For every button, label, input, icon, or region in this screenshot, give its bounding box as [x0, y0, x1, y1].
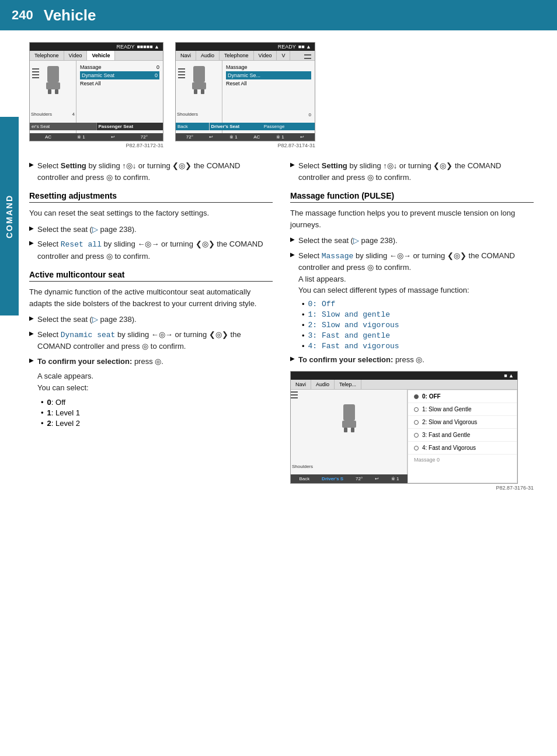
svg-rect-2: [48, 89, 51, 94]
massage-opt-3: 3: Fast and gentle: [302, 331, 534, 340]
scale-note: A scale appears.You can select:: [37, 370, 273, 393]
seat-icon-right: [191, 66, 207, 94]
para-massage: The massage function helps you to preven…: [290, 207, 534, 230]
seat-tabs-left: er's Seat Passenger Seat: [30, 123, 163, 130]
bullet-setting-right: ▶ Select Setting by sliding ↑◎↓ or turni…: [290, 160, 534, 183]
dynamic-seat-item[interactable]: Dynamic Seat 0: [80, 71, 159, 79]
massage-opt-2: 2: Slow and vigorous: [302, 321, 534, 330]
dropdown-item-2[interactable]: 2: Slow and Vigorous: [408, 416, 517, 429]
svg-rect-1: [46, 82, 60, 89]
dropdown-status-bar: ■ ▲: [291, 372, 517, 380]
main-content: READY ■■■■■ ▲ Telephone Video Vehicle: [0, 30, 557, 514]
shoulders-val-left: 4: [72, 112, 75, 117]
car-screen-left: READY ■■■■■ ▲ Telephone Video Vehicle: [29, 42, 163, 141]
svg-rect-0: [47, 66, 59, 82]
screenshot-left: READY ■■■■■ ▲ Telephone Video Vehicle: [29, 42, 163, 148]
bullet-text-1: Select Setting by sliding ↑◎↓ or turning…: [37, 160, 273, 183]
radio-0: [414, 394, 419, 399]
dropdown-item-1[interactable]: 1: Slow and Gentle: [408, 403, 517, 416]
massage-options-list: 0: Off 1: Slow and gentle 2: Slow and vi…: [302, 300, 534, 351]
para-multicontour: The dynamic function of the active multi…: [29, 286, 273, 309]
dropdown-screen-body: Shoulders Back Driver's S 72° ↩ ※ 1: [291, 390, 517, 483]
scale-item-1: 1: Level 1: [41, 408, 273, 417]
seat-tabs-right: Back Driver's Seat Passenge: [176, 123, 315, 130]
dynamic-seat-item-r[interactable]: Dynamic Se...: [226, 71, 311, 79]
seat-icon-dropdown: [341, 404, 357, 432]
menu-bar-left: Telephone Video Vehicle: [30, 51, 163, 61]
bullet-arrow-1: ▶: [29, 161, 34, 168]
page-header: 240 Vehicle: [0, 0, 557, 30]
reset-all-item[interactable]: Reset All: [80, 79, 159, 88]
dropdown-screen: ■ ▲ Navi Audio Telep...: [290, 371, 518, 484]
screen-bottom-bar-dropdown: Back Driver's S 72° ↩ ※ 1: [291, 474, 408, 483]
seat-icon-left: [45, 66, 61, 94]
sliders-right: [178, 67, 185, 80]
radio-1: [414, 407, 419, 412]
dropdown-item-0-off[interactable]: 0: OFF: [408, 390, 517, 403]
svg-rect-7: [201, 89, 204, 94]
massage-item: Massage 0: [80, 63, 159, 71]
massage-sub-val: Massage 0: [408, 455, 517, 465]
bullet-select-seat-1: ▶ Select the seat (▷ page 238).: [29, 224, 273, 235]
radio-4: [414, 446, 419, 450]
screenshots-row: READY ■■■■■ ▲ Telephone Video Vehicle: [29, 42, 534, 148]
svg-rect-10: [344, 428, 347, 432]
svg-rect-8: [343, 404, 355, 421]
page-number: 240: [12, 8, 33, 23]
scale-item-0: 0: Off: [41, 398, 273, 407]
right-text-col: ▶ Select Setting by sliding ↑◎↓ or turni…: [290, 160, 534, 491]
svg-rect-4: [193, 66, 205, 82]
bullet-reset-all: ▶ Select Reset all by sliding ←◎→ or tur…: [29, 238, 273, 262]
text-sections: ▶ Select Setting by sliding ↑◎↓ or turni…: [29, 160, 534, 491]
sliders-left: [32, 67, 39, 80]
menu-bar-right: Navi Audio Telephone Video V: [176, 51, 315, 61]
svg-rect-5: [192, 82, 206, 89]
massage-opt-4: 4: Fast and vigorous: [302, 342, 534, 351]
reset-all-item-r[interactable]: Reset All: [226, 79, 311, 88]
bullet-select-seat-2: ▶ Select the seat (▷ page 238).: [29, 314, 273, 325]
bottom-bar-right: 72° ↩ ※ 1 AC ※ 1 ↩: [176, 133, 315, 141]
dropdown-item-4[interactable]: 4: Fast and Vigorous: [408, 442, 517, 455]
svg-rect-3: [55, 89, 58, 94]
scale-list: 0: Off 1: Level 1 2: Level 2: [41, 398, 273, 428]
val-right: 0: [309, 112, 311, 117]
heading-massage: Massage function (PULSE): [290, 191, 534, 203]
svg-rect-9: [342, 421, 356, 428]
dropdown-menu-bar: Navi Audio Telep...: [291, 380, 517, 390]
caption-left: P82.87-3172-31: [29, 143, 163, 148]
scale-item-2: 2: Level 2: [41, 419, 273, 428]
caption-right: P82.87-3174-31: [175, 143, 315, 148]
bottom-bar-left: AC ※ 1 ↩ 72°: [30, 133, 163, 141]
svg-rect-11: [351, 428, 354, 432]
page-title: Vehicle: [44, 6, 96, 25]
bullet-setting-left: ▶ Select Setting by sliding ↑◎↓ or turni…: [29, 160, 273, 183]
car-screen-right: READY ■■ ▲ Navi Audio Telephone Video V: [175, 42, 315, 141]
svg-rect-6: [194, 89, 197, 94]
shoulders-label-dropdown: Shoulders: [292, 464, 313, 469]
bullet-confirm-2: ▶ To confirm your selection: press ◎.: [290, 354, 534, 366]
bottom-screenshot: ■ ▲ Navi Audio Telep...: [290, 371, 534, 491]
para-resetting: You can reset the seat settings to the f…: [29, 207, 273, 219]
screenshot-right: READY ■■ ▲ Navi Audio Telephone Video V: [175, 42, 315, 148]
bullet-dynamic-seat: ▶ Select Dynamic seat by sliding ←◎→ or …: [29, 329, 273, 352]
massage-opt-0: 0: Off: [302, 300, 534, 308]
chapter-side-label: COMAND: [0, 117, 19, 315]
status-bar-left: READY ■■■■■ ▲: [30, 43, 163, 51]
caption-dropdown: P82.87-3176-31: [290, 485, 534, 491]
heading-resetting: Resetting adjustments: [29, 191, 273, 203]
massage-item-r: Massage: [226, 63, 311, 71]
radio-3: [414, 433, 419, 438]
heading-multicontour: Active multicontour seat: [29, 270, 273, 282]
bullet-confirm-1: ▶ To confirm your selection: press ◎.: [29, 356, 273, 367]
left-text-col: ▶ Select Setting by sliding ↑◎↓ or turni…: [29, 160, 273, 491]
bullet-massage-select: ▶ Select Massage by sliding ←◎→ or turni…: [290, 250, 534, 296]
dropdown-item-3[interactable]: 3: Fast and Gentle: [408, 429, 517, 442]
dropdown-left-panel: Shoulders Back Driver's S 72° ↩ ※ 1: [291, 390, 408, 483]
shoulders-label-right: Shoulders: [177, 112, 198, 117]
status-bar-right: READY ■■ ▲: [176, 43, 315, 51]
shoulders-label-left: Shoulders: [31, 112, 52, 117]
bullet-select-seat-3: ▶ Select the seat (▷ page 238).: [290, 235, 534, 247]
massage-opt-1: 1: Slow and gentle: [302, 310, 534, 319]
dropdown-options-panel: 0: OFF 1: Slow and Gentle 2: Slow and Vi…: [408, 390, 517, 483]
radio-2: [414, 420, 419, 425]
